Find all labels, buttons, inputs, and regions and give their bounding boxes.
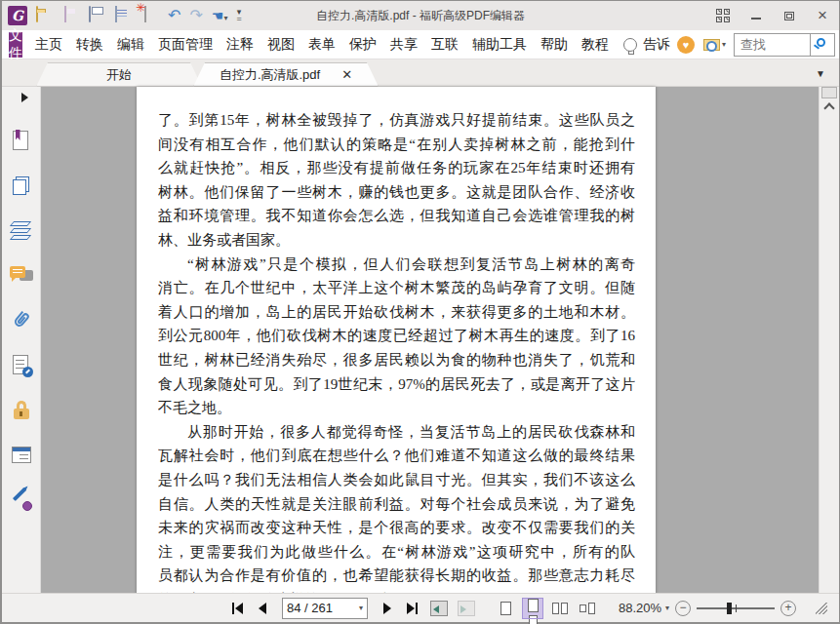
switch-ui-mode-button[interactable]	[706, 1, 740, 30]
menu-items: 主页 转换 编辑 页面管理 注释 视图 表单 保护 共享 互联 辅助工具 帮助 …	[28, 36, 616, 54]
menu-item-protect[interactable]: 保护	[342, 36, 383, 54]
text-line: 自信。人类的天性就是关注眼前利益。对每个社会成员来说，为了避免	[158, 492, 635, 517]
page-number-box: ▾	[282, 598, 368, 619]
layers-mid-icon	[9, 228, 30, 233]
menu-item-help[interactable]: 帮助	[534, 36, 575, 54]
find-button[interactable]	[810, 33, 835, 57]
text-line: 间没有相互合作，他们默认的策略是“在别人卖掉树林之前，能抢到什	[158, 133, 635, 157]
pages-front-icon	[13, 179, 26, 195]
text-line: 么就赶快抢”。相反，那些没有提前做任务的玩家在25年结束时还拥有	[158, 156, 635, 180]
redo-button[interactable]: ↷	[189, 7, 202, 24]
sidebar-item-digital-signatures[interactable]	[10, 354, 33, 377]
menu-item-comment[interactable]: 注释	[220, 36, 260, 54]
resize-grip[interactable]	[816, 603, 827, 614]
zoom-slider-thumb[interactable]	[727, 603, 732, 614]
sidebar-expand-button[interactable]	[21, 93, 28, 102]
hand-tool-dropdown-icon[interactable]: ▾	[223, 14, 227, 22]
text-line: 注，更需要我们为此做些什么。在“树林游戏”这项研究中，所有的队	[158, 540, 635, 565]
menu-item-homepage[interactable]: 主页	[28, 36, 69, 54]
scrollbar-thumb[interactable]	[821, 87, 837, 98]
vertical-scrollbar[interactable]	[819, 87, 839, 593]
tab-list-dropdown-icon[interactable]: ▼	[816, 68, 825, 79]
next-page-button[interactable]	[383, 603, 391, 614]
search-folder-icon[interactable]	[703, 39, 720, 51]
layout-single-page-button[interactable]	[496, 599, 515, 618]
menu-item-edit[interactable]: 编辑	[110, 36, 151, 54]
file-menu-button[interactable]: 文件	[9, 32, 22, 58]
new-document-button[interactable]	[141, 7, 159, 24]
pdf-page[interactable]: 了。到第15年，树林全被毁掉了，仿真游戏只好提前结束。这些队员之 间没有相互合作…	[137, 87, 656, 596]
sidebar-item-attachments[interactable]	[10, 309, 33, 332]
find-input[interactable]	[734, 33, 810, 57]
folder-open-icon	[36, 6, 38, 22]
document-tab-bar: 开始 自控力.高清版.pdf ✕ ▼	[2, 59, 839, 87]
menu-item-tutorial[interactable]: 教程	[575, 36, 616, 54]
text-line: 不毛之地。	[158, 396, 635, 420]
save-button[interactable]	[62, 7, 80, 24]
sidebar-item-bookmarks[interactable]	[10, 130, 33, 153]
menu-item-view[interactable]: 视图	[260, 36, 301, 54]
text-line: 了。到第15年，树林全被毁掉了，仿真游戏只好提前结束。这些队员之	[158, 108, 635, 133]
tab-close-icon[interactable]: ✕	[341, 67, 352, 82]
menu-item-form[interactable]: 表单	[301, 36, 342, 54]
page-number-input[interactable]	[287, 601, 357, 615]
tab-start-label: 开始	[106, 66, 132, 84]
text-line: 益和环境管理。我不知道你会怎么选，但我知道自己会选谁管理我的树	[158, 204, 635, 228]
menu-item-connect[interactable]: 互联	[424, 36, 465, 54]
next-view-button[interactable]	[458, 601, 475, 616]
sidebar-item-security[interactable]	[10, 399, 33, 422]
maximize-restore-button[interactable]	[773, 1, 806, 30]
rosette-icon	[22, 501, 32, 511]
menu-item-page-management[interactable]: 页面管理	[151, 36, 220, 54]
previous-page-button[interactable]	[259, 603, 266, 614]
menu-right-cluster: 告诉 ♥ ▾ ⚙ ▾ ◁ ▶	[618, 32, 840, 58]
sidebar-item-fields[interactable]	[10, 444, 33, 467]
search-folder-dropdown-icon[interactable]: ▾	[722, 40, 726, 49]
signature-badge-icon	[22, 367, 33, 377]
tab-document[interactable]: 自控力.高清版.pdf ✕	[193, 62, 379, 87]
menu-item-convert[interactable]: 转换	[69, 36, 110, 54]
layout-facing-button[interactable]	[550, 599, 570, 618]
print-button[interactable]	[89, 7, 106, 24]
zoom-dropdown-icon[interactable]: ▾	[665, 604, 669, 612]
open-file-button[interactable]	[36, 7, 54, 24]
page-dropdown-icon[interactable]: ▾	[359, 604, 363, 612]
sidebar-item-layers[interactable]	[10, 219, 33, 243]
sidebar-item-pages[interactable]	[10, 175, 33, 198]
text-line: 是什么吗？我们无法相信人类会如此鼠目寸光。但其实，我们不该这么	[158, 468, 635, 492]
layout-continuous-facing-button[interactable]	[578, 599, 597, 618]
printer-icon	[89, 6, 91, 22]
app-logo-icon[interactable]: G	[8, 6, 27, 25]
first-page-button[interactable]	[232, 603, 243, 614]
zoom-out-button[interactable]: −	[675, 601, 691, 616]
layout-continuous-button[interactable]	[523, 599, 542, 618]
hint-lightbulb-icon[interactable]	[623, 38, 637, 52]
sidebar-item-sign[interactable]	[10, 488, 33, 512]
tab-start[interactable]: 开始	[36, 62, 202, 87]
zoom-slider[interactable]	[697, 607, 775, 609]
zoom-level-value[interactable]: 88.20%	[619, 601, 661, 615]
text-line: 着人口的增加，岛上的居民开始砍伐树木，来获得更多的土地和木材。	[158, 300, 635, 325]
text-line: 员都认为合作是有价值的，也希望能获得长期的收益。那些意志力耗尽	[158, 564, 635, 588]
email-button[interactable]	[115, 7, 133, 24]
menu-item-share[interactable]: 共享	[383, 36, 424, 54]
layers-bottom-icon	[9, 235, 30, 240]
undo-button[interactable]: ↶	[168, 7, 180, 24]
zoom-in-button[interactable]: +	[780, 601, 796, 616]
minimize-button[interactable]	[740, 1, 773, 30]
menu-item-accessibility[interactable]: 辅助工具	[465, 36, 534, 54]
favorite-heart-icon[interactable]: ♥	[677, 36, 695, 54]
lock-icon	[14, 409, 29, 419]
tell-me-label[interactable]: 告诉	[643, 36, 672, 54]
last-page-button[interactable]	[407, 603, 418, 614]
scroll-up-chevron-icon[interactable]	[823, 102, 834, 113]
title-bar: G ↶ ↷ ☚▾ ▾= 自控力.高清版.pdf - 福昕高级PDF编辑器 ×	[2, 1, 839, 30]
customize-toolbar-button[interactable]: ▾=	[236, 9, 241, 22]
save-icon	[64, 6, 66, 22]
previous-view-button[interactable]	[430, 601, 448, 616]
close-button[interactable]: ×	[806, 1, 839, 30]
document-view-area: 了。到第15年，树林全被毁掉了，仿真游戏只好提前结束。这些队员之 间没有相互合作…	[2, 87, 839, 593]
text-line: 食人现象随处可见。到了19世纪末，97%的居民死去了，或是离开了这片	[158, 372, 635, 397]
hand-tool-button[interactable]: ☚▾	[212, 8, 228, 23]
sidebar-item-comments[interactable]	[10, 264, 33, 288]
